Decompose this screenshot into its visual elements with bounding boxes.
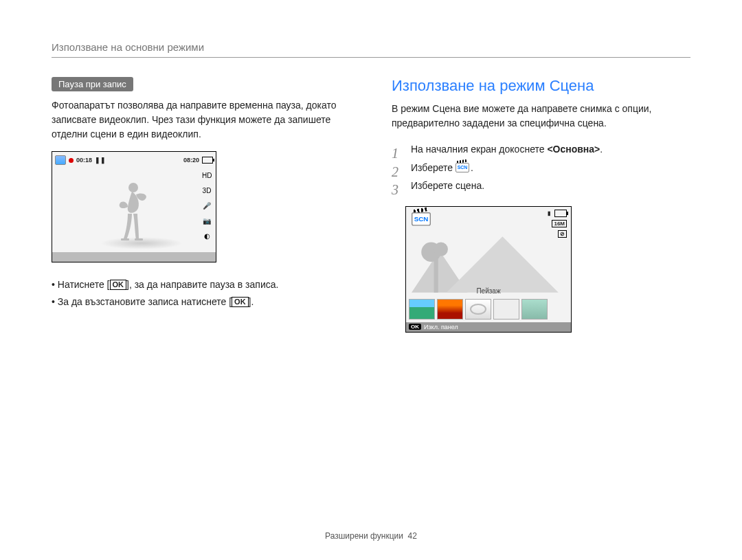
camera-icon: 📷 (202, 216, 212, 226)
scene-thumbnails (409, 299, 548, 320)
left-column: Пауза при запис Фотоапаратът позволява д… (52, 77, 350, 333)
manual-page: Използване на основни режими Пауза при з… (0, 0, 742, 560)
scene-thumb-sunset[interactable] (437, 299, 463, 320)
elapsed-time: 00:18 (76, 157, 92, 164)
scene-bottom-bar: OK Изкл. панел (406, 322, 571, 332)
mic-icon: 🎤 (202, 201, 212, 211)
subsection-pill: Пауза при запис (52, 77, 133, 91)
focus-icon: ◐ (202, 232, 212, 241)
scene-thumb-dawn[interactable] (465, 299, 491, 320)
right-column: Използване на режим Сцена В режим Сцена … (392, 77, 690, 333)
ok-button-icon: OK (110, 280, 127, 290)
svg-rect-1 (121, 238, 129, 240)
pause-description: Фотоапаратът позволява да направите врем… (52, 98, 350, 142)
scene-thumb-backlight[interactable] (493, 299, 519, 320)
image-size-badge: 16M (552, 220, 567, 227)
scene-mode-intro: В режим Сцена вие можете да направете сн… (392, 102, 690, 131)
svg-point-4 (434, 242, 448, 256)
content-columns: Пауза при запис Фотоапаратът позволява д… (52, 77, 690, 333)
page-footer: Разширени функции 42 (0, 531, 742, 541)
svg-point-0 (128, 183, 138, 192)
scene-mode-title: Използване на режим Сцена (392, 77, 690, 95)
step-2: Изберете SCN . (392, 159, 690, 177)
total-time: 08:20 (183, 157, 199, 164)
scene-mode-screenshot: SCN ▮ 16M ⊘ (405, 206, 572, 333)
scn-mode-icon: SCN (412, 212, 429, 226)
page-header: Използване на основни режими (52, 41, 690, 58)
bullet-resume: За да възстановите записа натиснете [OK]… (52, 293, 350, 311)
step-1: На началния екран докоснете <Основна>. (392, 140, 690, 159)
scene-thumb-beach[interactable] (521, 299, 548, 320)
step-3: Изберете сцена. (392, 177, 690, 195)
ok-button-icon: OK (232, 297, 249, 307)
pause-bars-icon: ❚❚ (95, 157, 106, 164)
hd-icon: HD (202, 171, 212, 181)
panel-toggle-label: Изкл. панел (424, 324, 458, 331)
svg-rect-2 (135, 238, 143, 240)
landscape-preview (412, 229, 565, 293)
scene-name-label: Пейзаж (406, 287, 571, 295)
ok-chip-icon: OK (409, 324, 421, 330)
record-dot-icon (69, 158, 74, 163)
mode-icon (55, 155, 66, 165)
recording-side-icons: HD 3D 🎤 📷 ◐ (202, 171, 212, 241)
bullet-pause: Натиснете [OK], за да направите пауза в … (52, 276, 350, 293)
footer-section: Разширени функции (325, 531, 403, 541)
scene-thumb-landscape[interactable] (409, 299, 435, 320)
recording-screenshot: 00:18 ❚❚ 08:20 HD 3D 🎤 📷 ◐ (52, 151, 216, 262)
scn-mode-icon: SCN (456, 163, 468, 172)
recording-bottom-strip (52, 252, 216, 262)
recording-top-bar: 00:18 ❚❚ 08:20 (55, 155, 213, 166)
footer-page-number: 42 (408, 531, 417, 541)
battery-icon (554, 210, 567, 217)
skater-figure (107, 179, 155, 248)
scene-top-bar: SCN ▮ 16M ⊘ (409, 210, 568, 229)
pause-instructions-list: Натиснете [OK], за да направите пауза в … (52, 276, 350, 311)
battery-icon (202, 157, 213, 164)
scene-mode-steps: На началния екран докоснете <Основна>. И… (392, 140, 690, 195)
3d-icon: 3D (202, 186, 212, 196)
home-main-label: <Основна> (547, 144, 600, 155)
signal-bar-icon: ▮ (548, 210, 550, 216)
